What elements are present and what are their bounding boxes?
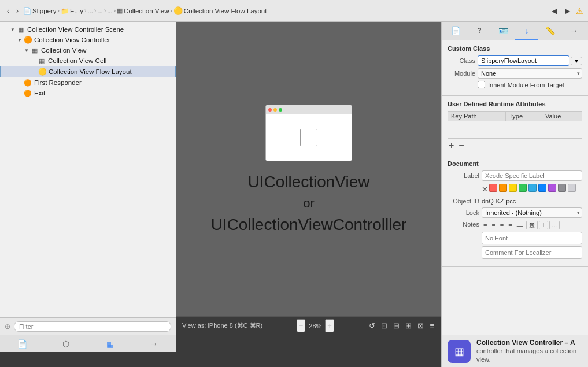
canvas-main-text: UICollectionView	[247, 173, 369, 191]
more-button[interactable]: ...	[549, 221, 560, 229]
flow-layout-icon: 🟡	[173, 6, 183, 15]
breadcrumb-item-7[interactable]: 🟡 Collection View Flow Layout	[173, 6, 267, 15]
tree-item-scene[interactable]: ▦ Collection View Controller Scene	[0, 24, 176, 35]
nav-prev-button[interactable]: ◀	[549, 6, 559, 16]
zoom-minus-button[interactable]: −	[297, 319, 306, 332]
canvas-area: UICollectionView or UICollectionViewCont…	[176, 22, 441, 335]
bottom-description: controller that manages a collection vie…	[476, 347, 582, 364]
grid-icon-3[interactable]: ⊞	[404, 320, 413, 331]
bottom-tab-file[interactable]: 📄	[0, 335, 44, 352]
align-center-button[interactable]: ≡	[490, 221, 497, 229]
tree-item-flowlayout[interactable]: 🟡 Collection View Flow Layout	[0, 66, 176, 77]
remove-attr-button[interactable]: −	[457, 141, 465, 150]
navigator-footer: ⊕	[0, 317, 176, 335]
cell-icon: ▦	[37, 56, 46, 65]
zoom-level: 28%	[309, 322, 321, 329]
grid-icon-4[interactable]: ⊠	[416, 320, 425, 331]
exit-label: Exit	[34, 90, 45, 97]
breadcrumb-item-6[interactable]: ▦ Collection View	[117, 7, 169, 14]
filter-input[interactable]	[14, 321, 171, 332]
canvas-footer-right: ↺ ⊡ ⊟ ⊞ ⊠ ≡	[368, 320, 435, 331]
canvas-mockup: UICollectionView or UICollectionViewCont…	[211, 105, 407, 234]
bottom-tab-hex[interactable]: ⬡	[44, 335, 88, 352]
bottom-inspector-section: ▦ Collection View Controller – A control…	[441, 335, 588, 367]
swatch-yellow[interactable]	[509, 184, 517, 192]
canvas-footer: View as: iPhone 8 (⌘C ⌘R) − 28% + ↺ ⊡ ⊟ …	[176, 316, 441, 335]
tab-ruler[interactable]: 📏	[538, 22, 562, 40]
canvas-footer-center: − 28% +	[297, 319, 334, 332]
disclosure-collectionview[interactable]	[23, 47, 30, 54]
bottom-tab-arrow[interactable]: →	[132, 335, 176, 352]
custom-class-section: Custom Class Class ▼ Module None ▾	[442, 40, 588, 96]
comment-input[interactable]	[482, 246, 582, 259]
disclosure-cell	[30, 57, 37, 64]
lock-select[interactable]: Inherited - (Nothing)	[482, 207, 582, 218]
swatch-blue[interactable]	[538, 184, 546, 192]
navigator-tree: ▦ Collection View Controller Scene 🟠 Col…	[0, 22, 176, 317]
image-button[interactable]: 🖼	[526, 221, 538, 229]
align-right-button[interactable]: ≡	[498, 221, 505, 229]
color-x-button[interactable]: ✕	[482, 185, 488, 194]
canvas-content[interactable]: UICollectionView or UICollectionViewCont…	[176, 22, 441, 316]
toolbar-right: ◀ ▶ ⚠	[549, 6, 583, 16]
class-dropdown-button[interactable]: ▼	[571, 57, 582, 65]
color-swatches	[489, 184, 576, 192]
breadcrumb-item-5[interactable]: ...	[107, 8, 113, 14]
tab-file[interactable]: 📄	[444, 22, 468, 40]
inherit-module-checkbox[interactable]	[478, 81, 485, 88]
file-icon: 📄	[23, 7, 31, 15]
label-field-input[interactable]	[482, 170, 582, 181]
tab-help[interactable]: ?	[468, 22, 491, 40]
tree-item-controller[interactable]: 🟠 Collection View Controller	[0, 35, 176, 45]
add-attr-button[interactable]: +	[448, 141, 455, 150]
grid-icon-2[interactable]: ⊟	[392, 320, 401, 331]
module-select[interactable]: None	[478, 68, 582, 79]
align-justify-button[interactable]: ≡	[506, 221, 513, 229]
lock-field-row: Lock Inherited - (Nothing) ▾	[448, 207, 582, 218]
forward-button[interactable]: ›	[14, 6, 21, 16]
zoom-plus-button[interactable]: +	[325, 319, 334, 332]
class-input[interactable]	[478, 55, 569, 66]
breadcrumb-sep-3: ›	[94, 8, 96, 14]
font-input[interactable]	[482, 232, 582, 244]
mockup-titlebar	[266, 105, 352, 114]
back-button[interactable]: ‹	[5, 6, 12, 16]
breadcrumb-sep-2: ›	[84, 8, 86, 14]
breadcrumb-item-2[interactable]: 📁 E...y	[61, 7, 83, 15]
firstresponder-icon: 🟠	[23, 78, 32, 87]
swatch-light[interactable]	[568, 184, 576, 192]
tab-identity[interactable]: 🪪	[491, 22, 515, 40]
menu-icon[interactable]: ≡	[428, 320, 435, 331]
class-label: Class	[448, 57, 475, 64]
tree-item-cell[interactable]: ▦ Collection View Cell	[0, 55, 176, 66]
swatch-red[interactable]	[489, 184, 497, 192]
tab-attributes[interactable]: ↓	[515, 22, 538, 40]
folder-icon: 📁	[61, 7, 69, 15]
text-button[interactable]: T	[539, 221, 548, 229]
refresh-icon[interactable]: ↺	[368, 320, 376, 331]
tree-item-firstresponder[interactable]: 🟠 First Responder	[0, 77, 176, 88]
swatch-purple[interactable]	[548, 184, 556, 192]
nav-next-button[interactable]: ▶	[563, 6, 572, 16]
inspector-tabs: 📄 ? 🪪 ↓ 📏 →	[442, 22, 588, 40]
breadcrumb-item-3[interactable]: ...	[87, 8, 93, 14]
scene-label: Collection View Controller Scene	[27, 26, 124, 33]
bottom-tab-grid[interactable]: ▦	[88, 335, 132, 352]
controller-grid-icon: ▦	[454, 345, 464, 358]
breadcrumb-item-1[interactable]: 📄 Slippery	[23, 7, 57, 15]
module-label: Module	[448, 70, 475, 77]
separator-button[interactable]: —	[515, 221, 525, 229]
tab-connections[interactable]: →	[562, 22, 586, 40]
disclosure-scene[interactable]	[9, 26, 16, 33]
swatch-gray[interactable]	[558, 184, 566, 192]
align-left-button[interactable]: ≡	[482, 221, 489, 229]
breadcrumb-item-4[interactable]: ...	[97, 8, 103, 14]
swatch-orange[interactable]	[499, 184, 507, 192]
grid-icon-1[interactable]: ⊡	[380, 320, 389, 331]
swatch-teal[interactable]	[528, 184, 537, 192]
swatch-green[interactable]	[519, 184, 527, 192]
tree-item-exit[interactable]: 🟠 Exit	[0, 88, 176, 98]
bottom-title: Collection View Controller – A	[476, 339, 582, 347]
disclosure-controller[interactable]	[16, 36, 23, 43]
tree-item-collectionview[interactable]: ▦ Collection View	[0, 45, 176, 55]
